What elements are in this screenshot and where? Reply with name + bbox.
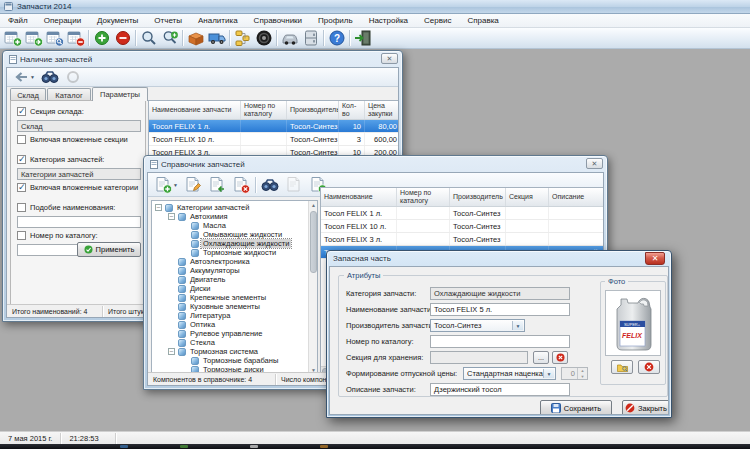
tree-item[interactable]: Аккумуляторы — [153, 266, 307, 275]
menu-аналитика[interactable]: Аналитика — [190, 14, 246, 28]
column-header[interactable]: Наименование — [321, 188, 397, 206]
collapse-icon[interactable]: – — [155, 204, 162, 211]
tree-scrollbar[interactable]: ▲ ▼ — [308, 201, 317, 375]
page-edit-icon[interactable] — [181, 176, 205, 194]
checkbox-unchecked[interactable] — [17, 135, 26, 144]
menu-справка[interactable]: Справка — [459, 14, 506, 28]
page-import-icon[interactable] — [205, 176, 229, 194]
tree-item[interactable]: Автоэлектроника — [153, 257, 307, 266]
scroll-up-icon[interactable]: ▲ — [309, 201, 318, 210]
manufacturer-select[interactable]: Тосол-Синтез ▼ — [430, 319, 525, 332]
truck-icon[interactable] — [206, 29, 227, 48]
catalog-number-field[interactable] — [430, 335, 570, 348]
tree-item[interactable]: Кузовные элементы — [153, 302, 307, 311]
menu-документы[interactable]: Документы — [89, 14, 146, 28]
dropdown-caret-icon[interactable]: ▼ — [30, 74, 35, 80]
clear-photo-button[interactable] — [638, 360, 660, 374]
doc-delete-icon[interactable] — [65, 29, 86, 48]
storage-icon[interactable] — [300, 29, 321, 48]
menu-операции[interactable]: Операции — [36, 14, 89, 28]
checkbox-checked[interactable] — [17, 183, 26, 192]
apply-button[interactable]: Применить — [77, 242, 141, 257]
window2-titlebar[interactable]: Справочник запчастей — [146, 156, 605, 172]
menu-файл[interactable]: Файл — [0, 14, 36, 28]
browse-photo-button[interactable] — [611, 360, 633, 374]
tree-item[interactable]: Крепежные элементы — [153, 293, 307, 302]
clear-section-button[interactable] — [552, 351, 568, 364]
tree-item[interactable]: Литература — [153, 311, 307, 320]
collapse-icon[interactable]: – — [168, 213, 175, 220]
menu-настройка[interactable]: Настройка — [361, 14, 416, 28]
taskbar-icon[interactable] — [120, 445, 128, 448]
search-icon[interactable] — [138, 29, 159, 48]
checkbox-checked[interactable] — [17, 155, 26, 164]
column-header[interactable]: Цена закупки — [365, 101, 399, 119]
tree-item[interactable]: Масла — [153, 221, 307, 230]
menu-справочники[interactable]: Справочники — [246, 14, 310, 28]
search-plus-icon[interactable] — [159, 29, 180, 48]
tree-item[interactable]: –Тормозная система — [153, 347, 307, 356]
doc-find-icon[interactable] — [44, 29, 65, 48]
tree-item[interactable]: Оптика — [153, 320, 307, 329]
dialog-titlebar[interactable]: Запасная часть — [329, 251, 669, 266]
checkbox-checked[interactable] — [17, 107, 26, 116]
tree-item[interactable]: Стекла — [153, 338, 307, 347]
page-delete-icon[interactable] — [229, 176, 253, 194]
table-row[interactable]: Тосол FELIX 1 л.Тосол-Синтез — [321, 207, 604, 220]
binoculars-icon[interactable] — [38, 68, 62, 86]
param-field[interactable] — [17, 216, 141, 228]
tree-scroll-thumb[interactable] — [310, 211, 317, 273]
tab-параметры[interactable]: Параметры — [92, 87, 148, 101]
tree-item[interactable]: Тормозные барабаны — [153, 356, 307, 365]
window1-close-icon[interactable]: ✕ — [381, 53, 398, 64]
column-header[interactable]: Производитель — [450, 188, 506, 206]
tree-item[interactable]: Двигатель — [153, 275, 307, 284]
tree-item[interactable]: Охлаждающие жидкости — [153, 239, 307, 248]
name-field[interactable]: Тосол FELIX 5 л. — [430, 303, 570, 316]
column-header[interactable]: Наименование запчасти — [149, 101, 241, 119]
column-header[interactable]: Секция — [506, 188, 549, 206]
tree-item[interactable]: Тормозные жидкости — [153, 248, 307, 257]
taskbar-icon[interactable] — [320, 445, 328, 448]
table-row[interactable]: Тосол FELIX 10 л.Тосол-Синтез3600,00 — [149, 133, 399, 146]
column-header[interactable]: Кол-во — [339, 101, 365, 119]
column-header[interactable]: Номер по каталогу — [241, 101, 287, 119]
main-titlebar[interactable]: Запчасти 2014 — [0, 0, 750, 14]
taskbar[interactable] — [0, 444, 750, 449]
item-delete-icon[interactable] — [112, 29, 133, 48]
dropdown-caret-icon[interactable]: ▼ — [173, 182, 178, 188]
tire-icon[interactable] — [253, 29, 274, 48]
tree-item[interactable]: Диски — [153, 284, 307, 293]
tree-item[interactable]: Рулевое управление — [153, 329, 307, 338]
item-add-icon[interactable] — [91, 29, 112, 48]
menu-сервис[interactable]: Сервис — [416, 14, 459, 28]
tree-item[interactable]: –Категории запчастей — [153, 203, 307, 212]
back-icon[interactable]: ▼ — [10, 68, 38, 86]
column-header[interactable]: Производитель — [287, 101, 339, 119]
tree-item[interactable]: Омывающие жидкости — [153, 230, 307, 239]
tree-item[interactable]: –Автохимия — [153, 212, 307, 221]
doc-conduct-icon[interactable] — [23, 29, 44, 48]
car-icon[interactable] — [279, 29, 300, 48]
browse-section-button[interactable]: ... — [533, 351, 549, 364]
checkbox-unchecked[interactable] — [17, 203, 26, 212]
checkbox-unchecked[interactable] — [17, 231, 26, 240]
help-icon[interactable]: ? — [326, 29, 347, 48]
column-header[interactable]: Описание — [549, 188, 604, 206]
window2-close-icon[interactable]: ✕ — [586, 158, 603, 169]
save-button[interactable]: Сохранить — [540, 400, 612, 415]
table-row-selected[interactable]: Тосол FELIX 1 л.Тосол-Синтез1080,00 — [149, 120, 399, 133]
page-add-icon[interactable]: ▼ — [151, 176, 181, 194]
taskbar-icon[interactable] — [250, 445, 258, 448]
dialog-close-icon[interactable]: ✕ — [645, 252, 665, 265]
table-row[interactable]: Тосол FELIX 10 л.Тосол-Синтез — [321, 220, 604, 233]
close-button[interactable]: Закрыть — [622, 400, 669, 415]
parts-box-icon[interactable] — [185, 29, 206, 48]
table-row[interactable]: Тосол FELIX 3 л.Тосол-Синтез — [321, 233, 604, 246]
binoculars-icon[interactable] — [258, 176, 282, 194]
description-field[interactable]: Дзержинский тосол — [430, 383, 570, 396]
window1-titlebar[interactable]: Наличие запчастей — [5, 51, 400, 67]
collapse-icon[interactable]: – — [168, 348, 175, 355]
pricing-select[interactable]: Стандартная наценка, % ▼ — [463, 367, 556, 380]
exit-icon[interactable] — [352, 29, 373, 48]
